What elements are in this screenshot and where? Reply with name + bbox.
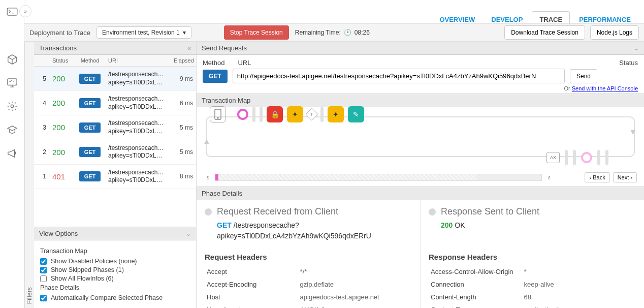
row-elapsed: 9 ms xyxy=(171,74,196,83)
svg-point-2 xyxy=(11,105,14,108)
request-headers-table: Accept*/*Accept-Encodinggzip,deflateHost… xyxy=(205,265,412,308)
row-elapsed: 5 ms xyxy=(171,147,196,157)
remaining-value: 08:26 xyxy=(355,29,370,36)
phase-dot-icon xyxy=(429,208,436,215)
table-row[interactable]: 1401GET/testresponsecache?apikey=sTl0DDx… xyxy=(34,165,196,189)
row-elapsed: 5 ms xyxy=(171,123,196,132)
expand-sidebar-button[interactable]: » xyxy=(19,5,31,17)
opt-flowinfos[interactable]: Show All FlowInfos (6) xyxy=(40,275,190,282)
checkbox-autocompare[interactable] xyxy=(40,295,47,301)
header-row: User-AgentAHC/1.0 xyxy=(205,303,412,308)
api-console-link[interactable]: Send with the API Console xyxy=(572,85,638,91)
back-button[interactable]: ‹ Back xyxy=(585,172,609,182)
request-headers-col: Request Headers Accept*/*Accept-Encoding… xyxy=(197,248,421,308)
policy-routing-icon[interactable]: ✦ xyxy=(328,106,344,122)
url-input[interactable] xyxy=(233,69,565,83)
flow-bar xyxy=(565,150,568,165)
environment-select[interactable]: Environment test, Revision 1 ▾ xyxy=(96,26,191,39)
remaining-label: Remaining Time: xyxy=(295,29,341,36)
node-logs-button[interactable]: Node.js Logs xyxy=(590,25,639,40)
timeline-track[interactable] xyxy=(215,174,542,181)
header-row: Accept*/* xyxy=(205,265,412,278)
table-row[interactable]: 4200GET/testresponsecache...apikey=sTl0D… xyxy=(34,91,196,115)
opt-disabled-policies[interactable]: Show Disabled Policies (none) xyxy=(40,258,190,265)
url-label: URL xyxy=(238,59,606,67)
phase-status-text: OK xyxy=(455,221,465,229)
next-button[interactable]: Next › xyxy=(613,172,637,182)
header-row: Hostapigeedocs-test.apigee.net xyxy=(205,291,412,303)
filters-tab[interactable]: Filters xyxy=(24,42,34,308)
checkbox-flowinfos[interactable] xyxy=(40,275,47,282)
request-start-node[interactable] xyxy=(237,109,248,120)
stop-trace-button[interactable]: Stop Trace Session xyxy=(224,25,289,40)
row-status: 200 xyxy=(49,98,75,108)
view-options-title: View Options xyxy=(39,230,78,237)
collapse-panel-button[interactable]: « xyxy=(187,45,191,52)
row-status: 200 xyxy=(49,73,75,84)
send-requests-collapse[interactable]: ⌄ xyxy=(634,45,639,52)
header-key: Accept xyxy=(205,265,298,278)
flow-bar xyxy=(320,107,324,122)
flow-bar xyxy=(605,150,608,165)
send-button[interactable]: Send xyxy=(570,69,597,83)
checkbox-skipped[interactable] xyxy=(40,267,47,273)
checkbox-disabled[interactable] xyxy=(40,258,47,265)
method-pill: GET xyxy=(79,147,101,157)
table-head: Status Method URI Elapsed xyxy=(34,55,196,67)
graduation-icon[interactable] xyxy=(7,124,18,135)
table-row[interactable]: 5200GET/testresponsecache?apikey=sTl0DDx… xyxy=(34,67,196,91)
timeline: ε ε ‹ Back Next › xyxy=(204,172,637,182)
header-key: Content-Length xyxy=(429,291,522,303)
download-trace-button[interactable]: Download Trace Session xyxy=(504,25,585,40)
header-value: AHC/1.0 xyxy=(298,303,412,308)
transactions-title: Transactions xyxy=(39,44,77,52)
epsilon-left: ε xyxy=(204,175,212,180)
package-icon[interactable] xyxy=(7,54,18,65)
or-text: Or xyxy=(564,85,571,91)
header-value: keep-alive xyxy=(522,278,636,291)
opt4-label: Automatically Compare Selected Phase xyxy=(51,294,163,301)
api-console-link-row: Or Send with the API Console xyxy=(203,85,638,91)
row-status: 401 xyxy=(49,171,75,182)
policy-edit-icon[interactable]: ✎ xyxy=(348,106,364,122)
terminal-icon[interactable] xyxy=(7,6,18,17)
monitor-icon[interactable] xyxy=(7,77,18,88)
header-key: Host xyxy=(205,291,298,303)
chevron-down-icon: ▾ xyxy=(183,29,186,36)
flow-bar xyxy=(597,150,600,165)
phase-request-col: Request Received from Client GET /testre… xyxy=(197,200,421,248)
table-row[interactable]: 3200GET/testresponsecache...apikey=sTl0D… xyxy=(34,115,196,140)
header-row: Access-Control-Allow-Origin* xyxy=(429,265,636,278)
gear-icon[interactable] xyxy=(7,101,18,112)
header-key: Connection xyxy=(429,278,522,291)
phase-status-code: 200 xyxy=(441,221,453,229)
row-elapsed: 6 ms xyxy=(171,99,196,108)
phase-path: /testresponsecache? xyxy=(234,221,299,229)
send-request-form: Method URL Status GET Send Or Send with … xyxy=(197,55,644,94)
megaphone-icon[interactable] xyxy=(7,147,18,159)
phase-request-title: Request Received from Client xyxy=(217,206,338,217)
policy-routing-icon[interactable]: ✦ xyxy=(287,106,303,122)
response-end-node[interactable] xyxy=(581,152,592,163)
row-uri: /testresponsecache...apikey=sTl0DDxLcA..… xyxy=(105,143,171,161)
table-row[interactable]: 2200GET/testresponsecache...apikey=sTl0D… xyxy=(34,140,196,165)
view-options-collapse[interactable]: ⌄ xyxy=(186,230,191,237)
row-index: 4 xyxy=(34,99,49,108)
method-select[interactable]: GET xyxy=(203,70,228,83)
row-uri: /testresponsecache?apikey=sTl0DDxLcA... xyxy=(105,168,171,186)
opt-skipped-phases[interactable]: Show Skipped Phases (1) xyxy=(40,266,190,273)
analytics-node[interactable]: AX xyxy=(546,152,560,163)
client-node-icon[interactable] xyxy=(210,106,226,122)
header-key: Content-Type xyxy=(429,303,522,308)
opt2-label: Show Skipped Phases (1) xyxy=(51,266,124,273)
header-value: application/json xyxy=(522,303,636,308)
method-pill: GET xyxy=(79,171,101,181)
phase-dot-icon xyxy=(205,208,212,215)
col-elapsed: Elapsed xyxy=(171,55,196,66)
condition-node-icon[interactable]: T xyxy=(305,108,318,120)
flow-bar xyxy=(260,107,263,122)
epsilon-right: ε xyxy=(545,175,553,180)
opt-auto-compare[interactable]: Automatically Compare Selected Phase xyxy=(40,294,190,301)
vo-phase-label: Phase Details xyxy=(40,284,190,291)
policy-security-icon[interactable]: 🔒 xyxy=(267,106,283,122)
